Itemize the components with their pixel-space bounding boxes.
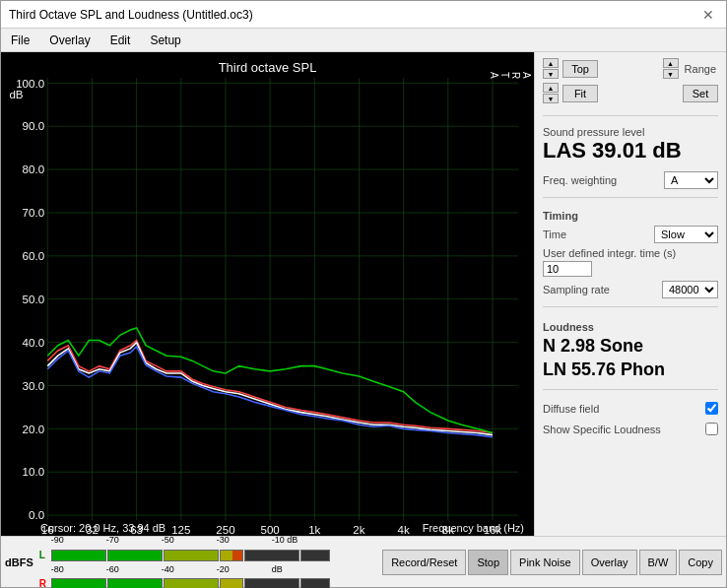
divider-3 — [543, 306, 718, 307]
sidebar-top-controls: ▲ ▼ Top ▲ ▼ Range — [543, 58, 718, 79]
record-reset-button[interactable]: Record/Reset — [382, 550, 466, 575]
dbfs-label: dBFS — [5, 556, 33, 568]
time-dropdown[interactable]: Slow Fast Impulse — [654, 226, 718, 243]
top-spin: ▲ ▼ — [543, 58, 559, 79]
svg-text:50.0: 50.0 — [23, 294, 44, 305]
svg-text:40.0: 40.0 — [23, 337, 44, 349]
svg-text:10.0: 10.0 — [23, 466, 44, 478]
freq-band-label: Frequency band (Hz) — [423, 522, 524, 534]
sidebar-fit-controls: ▲ ▼ Fit Set — [543, 83, 718, 103]
title-bar: Third Octave SPL and Loudness (Untitled.… — [1, 1, 726, 29]
svg-rect-0 — [1, 52, 534, 536]
svg-text:2k: 2k — [353, 524, 364, 536]
diffuse-field-checkbox[interactable] — [705, 402, 718, 415]
user-integr-label: User defined integr. time (s) — [543, 247, 676, 259]
svg-text:0.0: 0.0 — [29, 509, 44, 521]
user-integr-row: User defined integr. time (s) — [543, 247, 718, 277]
show-specific-label: Show Specific Loudness — [543, 424, 661, 435]
stop-button[interactable]: Stop — [468, 550, 508, 575]
loudness-ln-value: LN 55.76 Phon — [543, 359, 718, 381]
svg-text:60.0: 60.0 — [23, 250, 44, 262]
top-up-btn[interactable]: ▲ — [543, 58, 559, 68]
arta-label: ARTA — [489, 72, 532, 79]
spl-label: Sound pressure level — [543, 126, 718, 138]
time-label: Time — [543, 229, 566, 240]
meter-R-row: R — [39, 578, 380, 589]
main-window: Third Octave SPL and Loudness (Untitled.… — [0, 0, 727, 588]
sampling-rate-dropdown[interactable]: 48000 44100 96000 — [662, 281, 718, 298]
main-area: Third octave SPL ARTA — [1, 52, 726, 536]
fit-spin: ▲ ▼ — [543, 83, 559, 103]
timing-label: Timing — [543, 210, 718, 222]
meter-L-row: L — [39, 550, 380, 561]
loudness-section: Loudness N 2.98 Sone LN 55.76 Phon — [543, 321, 718, 381]
menu-bar: File Overlay Edit Setup — [1, 29, 726, 52]
close-button[interactable]: ✕ — [698, 5, 718, 25]
diffuse-field-row: Diffuse field — [543, 402, 718, 415]
spl-section: Sound pressure level LAS 39.01 dB — [543, 126, 718, 163]
svg-text:80.0: 80.0 — [23, 163, 44, 175]
bottom-bar: dBFS -90 -70 -50 -30 -10 dB L — [1, 536, 726, 587]
freq-weighting-label: Freq. weighting — [543, 174, 617, 186]
time-row: Time Slow Fast Impulse — [543, 226, 718, 243]
svg-text:dB: dB — [9, 89, 23, 100]
bw-button[interactable]: B/W — [639, 550, 678, 575]
sampling-rate-label: Sampling rate — [543, 284, 610, 295]
menu-edit[interactable]: Edit — [104, 32, 137, 49]
svg-text:100.0: 100.0 — [16, 78, 44, 90]
user-integr-input[interactable] — [543, 261, 592, 277]
freq-weighting-row: Freq. weighting A B C Z — [543, 171, 718, 189]
svg-text:90.0: 90.0 — [23, 120, 44, 132]
sampling-rate-row: Sampling rate 48000 44100 96000 — [543, 281, 718, 298]
freq-weighting-dropdown[interactable]: A B C Z — [664, 171, 718, 189]
menu-file[interactable]: File — [5, 32, 35, 49]
fit-up-btn[interactable]: ▲ — [543, 83, 559, 93]
spl-value: LAS 39.01 dB — [543, 138, 718, 163]
range-down-btn[interactable]: ▼ — [663, 69, 679, 79]
loudness-label: Loudness — [543, 321, 718, 333]
diffuse-field-label: Diffuse field — [543, 403, 599, 415]
chart-area: Third octave SPL ARTA — [1, 52, 534, 536]
meter-section: -90 -70 -50 -30 -10 dB L — [39, 535, 380, 589]
fit-down-btn[interactable]: ▼ — [543, 94, 559, 103]
top-button[interactable]: Top — [562, 60, 598, 78]
range-up-btn[interactable]: ▲ — [663, 58, 679, 68]
bottom-buttons: Record/Reset Stop Pink Noise Overlay B/W… — [382, 550, 722, 575]
L-label: L — [39, 550, 49, 560]
range-spin: ▲ ▼ — [663, 58, 679, 79]
show-specific-row: Show Specific Loudness — [543, 423, 718, 435]
fit-button[interactable]: Fit — [562, 85, 598, 102]
svg-text:70.0: 70.0 — [23, 207, 44, 219]
R-label: R — [39, 578, 49, 588]
chart-svg: 100.0 90.0 80.0 70.0 60.0 50.0 40.0 30.0… — [1, 52, 534, 536]
svg-text:30.0: 30.0 — [23, 380, 44, 392]
show-specific-checkbox[interactable] — [705, 423, 718, 435]
chart-title: Third octave SPL — [1, 56, 534, 79]
range-label: Range — [685, 63, 716, 75]
overlay-button[interactable]: Overlay — [582, 550, 637, 575]
copy-button[interactable]: Copy — [679, 550, 722, 575]
divider-2 — [543, 197, 718, 198]
top-down-btn[interactable]: ▼ — [543, 69, 559, 79]
divider-4 — [543, 389, 718, 390]
window-title: Third Octave SPL and Loudness (Untitled.… — [9, 8, 253, 22]
menu-setup[interactable]: Setup — [144, 32, 186, 49]
svg-text:4k: 4k — [398, 524, 410, 536]
divider-1 — [543, 115, 718, 116]
pink-noise-button[interactable]: Pink Noise — [510, 550, 580, 575]
svg-text:20.0: 20.0 — [23, 424, 44, 435]
menu-overlay[interactable]: Overlay — [43, 32, 96, 49]
sidebar: ▲ ▼ Top ▲ ▼ Range ▲ ▼ Fit Set — [534, 52, 726, 536]
timing-section: Timing Time Slow Fast Impulse User defin… — [543, 210, 718, 298]
cursor-info: Cursor: 20.0 Hz, 33.94 dB — [40, 522, 165, 534]
set-button[interactable]: Set — [683, 85, 718, 102]
loudness-n-value: N 2.98 Sone — [543, 335, 718, 358]
